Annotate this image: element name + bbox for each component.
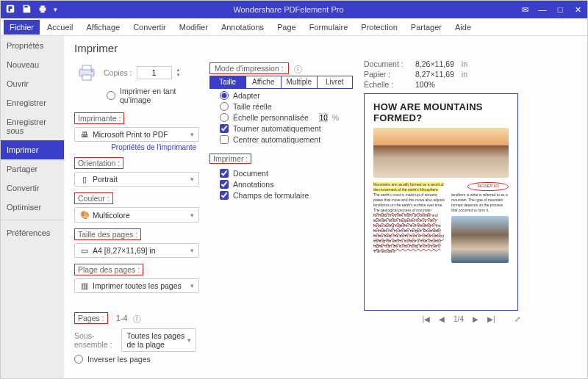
save-icon[interactable] [21,4,32,15]
sidebar-convertir[interactable]: Convertir [1,178,64,198]
preview-headline: HOW ARE MOUNTAINS FORMED? [373,101,509,123]
sidebar-enregistrer-sous[interactable]: Enregistrer sous [1,112,64,140]
info-icon[interactable]: i [133,315,141,323]
print-document-check[interactable] [220,169,229,178]
sidebar-partager[interactable]: Partager [1,159,64,178]
orientation-dropdown[interactable]: ▯ Portrait ▾ [74,172,199,187]
sidebar-nouveau[interactable]: Nouveau [1,55,64,74]
pagerange-dropdown[interactable]: ▥ Imprimer toutes les pages ▾ [74,278,199,293]
reverse-pages-radio[interactable] [74,355,83,364]
close-button[interactable]: ✕ [573,5,583,15]
auto-center-check[interactable] [220,135,229,144]
app-logo-icon [5,4,15,15]
menu-formulaire[interactable]: Formulaire [304,20,354,35]
menu-accueil[interactable]: Accueil [41,20,79,35]
sidebar: Propriétés Nouveau Ouvrir Enregistrer En… [1,36,64,378]
menu-page[interactable]: Page [271,20,302,35]
printer-section-label: Imprimante : [74,112,124,124]
print-annotations-check[interactable] [220,180,229,189]
printer-small-icon: 🖶 [79,130,90,139]
preview-left-column: Mountains are usually formed as a result… [373,182,445,263]
pager-first[interactable]: |◀ [422,315,430,323]
printer-properties-link[interactable]: Propriétés de l'imprimante [74,143,196,151]
svg-rect-5 [40,6,44,8]
mail-icon[interactable]: ✉ [520,5,530,15]
pagesize-dropdown[interactable]: ▭ A4 [8,27×11,69] in ▾ [74,243,199,258]
fit-custom-radio[interactable] [220,113,229,122]
tab-taille[interactable]: Taille [210,76,246,88]
copies-stepper[interactable]: ▲▼ [176,68,181,78]
menu-protection[interactable]: Protection [355,20,404,35]
chevron-down-icon: ▾ [190,282,194,289]
menu-fichier[interactable]: Fichier [4,20,40,35]
subset-dropdown[interactable]: Toutes les pages de la plage ▾ [121,328,196,352]
preview-pager: |◀ ◀ 1/4 ▶ ▶| ⤢ [364,315,578,323]
sidebar-enregistrer[interactable]: Enregistrer [1,93,64,112]
svg-rect-2 [10,7,12,10]
app-title: Wondershare PDFelement Pro [57,5,520,14]
print-as-image-radio[interactable] [107,91,115,100]
print-formfields-check[interactable] [220,191,229,200]
chevron-down-icon: ▾ [190,131,194,138]
printer-dropdown[interactable]: 🖶 Microsoft Print to PDF ▾ [74,127,199,142]
color-section-label: Couleur : [74,192,113,204]
color-dropdown[interactable]: 🎨 Multicolore ▾ [74,207,199,223]
sidebar-ouvrir[interactable]: Ouvrir [1,74,64,93]
chevron-down-icon: ▾ [190,247,194,254]
orientation-section-label: Orientation : [74,157,123,169]
menubar: Fichier Accueil Affichage Convertir Modi… [1,18,587,36]
copies-label: Copies : [104,68,132,77]
reverse-pages-label: Inverser les pages [87,355,151,364]
page-title: Imprimer [74,42,196,54]
custom-scale-input[interactable] [319,113,328,122]
pager-zoom[interactable]: ⤢ [514,315,520,323]
titlebar: ▾ Wondershare PDFelement Pro ✉ — □ ✕ [1,1,587,18]
subset-label: Sous-ensemble : [74,331,117,349]
svg-rect-8 [82,65,91,70]
menu-modifier[interactable]: Modifier [173,20,214,35]
fit-adapter-radio[interactable] [220,91,229,100]
portrait-icon: ▯ [79,175,90,184]
chevron-down-icon: ▾ [187,336,191,344]
copies-input[interactable] [137,66,172,79]
svg-point-10 [91,71,93,72]
tab-livret[interactable]: Livret [318,76,353,88]
pager-prev[interactable]: ◀ [439,315,445,323]
print-elements-section: Imprimer : [209,154,251,164]
printer-large-icon [74,62,99,84]
svg-rect-3 [24,6,27,8]
svg-rect-4 [40,7,46,10]
palette-icon: 🎨 [79,210,90,220]
menu-convertir[interactable]: Convertir [127,20,172,35]
pages-value: 1-4 [116,314,128,322]
svg-rect-9 [82,75,91,80]
mode-tabs: Taille Affiche Multiple Livret [209,76,353,89]
fit-real-radio[interactable] [220,102,229,111]
info-icon[interactable]: i [294,65,302,73]
page-icon: ▭ [79,246,90,255]
menu-partager[interactable]: Partager [405,20,448,35]
chevron-down-icon: ▾ [190,176,194,183]
maximize-button[interactable]: □ [555,5,565,14]
print-as-image-label: Imprimer en tant qu'image [120,87,196,104]
sidebar-optimiser[interactable]: Optimiser [1,198,64,217]
minimize-button[interactable]: — [537,5,548,14]
tab-affiche[interactable]: Affiche [246,76,282,88]
pages-icon: ▥ [79,281,90,290]
menu-aide[interactable]: Aide [449,20,477,35]
sidebar-proprietes[interactable]: Propriétés [1,36,64,55]
tab-multiple[interactable]: Multiple [282,76,318,88]
pager-last[interactable]: ▶| [487,315,495,323]
menu-annotations[interactable]: Annotations [215,20,270,35]
svg-rect-6 [40,11,44,13]
sidebar-imprimer[interactable]: Imprimer [1,140,64,159]
pages-section-label: Pages : [74,312,108,324]
auto-rotate-check[interactable] [220,124,229,133]
pager-next[interactable]: ▶ [473,315,478,323]
menu-affichage[interactable]: Affichage [80,20,126,35]
print-icon[interactable] [37,4,48,15]
mode-section-label: Mode d'impression : [209,62,289,74]
print-preview: HOW ARE MOUNTAINS FORMED? Mountains are … [364,93,518,311]
sidebar-preferences[interactable]: Préférences [1,223,64,242]
sign-here-annotation: SIGNER ICI [467,182,509,191]
